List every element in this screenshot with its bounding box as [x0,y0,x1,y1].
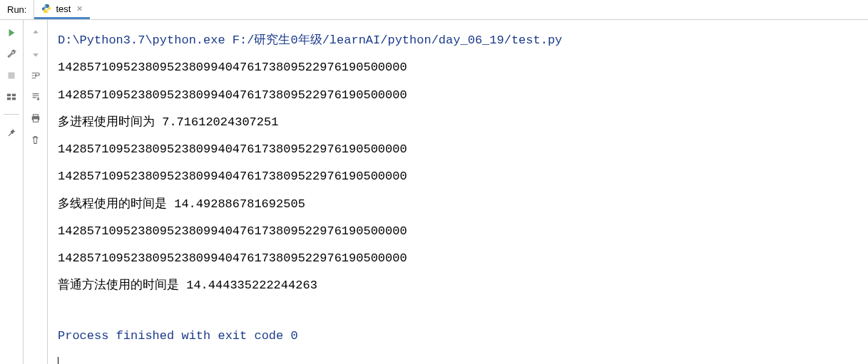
down-stack-button[interactable] [30,48,41,60]
output-line: 多进程使用时间为 7.71612024307251 [58,109,858,136]
up-stack-button[interactable] [30,27,41,38]
rerun-button[interactable] [6,27,17,38]
clear-all-button[interactable] [30,134,41,145]
inner-toolbar [24,20,47,364]
run-icon [6,28,16,38]
cursor-line [58,350,858,364]
svg-rect-1 [7,94,11,97]
tab-bar: test × [34,0,89,19]
wrench-icon [6,49,16,59]
close-icon[interactable]: × [75,3,83,14]
run-header: Run: test × [0,0,868,20]
stop-button[interactable] [6,70,17,81]
svg-rect-7 [33,119,38,122]
output-line: 1428571095238095238099404761738095229761… [58,245,858,272]
tab-test[interactable]: test × [34,0,89,19]
output-line: 1428571095238095238099404761738095229761… [58,82,858,109]
output-line: 1428571095238095238099404761738095229761… [58,163,858,190]
layout-button[interactable] [6,91,17,103]
svg-rect-5 [33,115,38,117]
down-arrow-icon [31,50,40,58]
pin-button[interactable] [6,126,17,137]
output-line: 1428571095238095238099404761738095229761… [58,54,858,81]
scroll-to-end-button[interactable] [30,91,41,103]
stop-icon [7,71,16,80]
python-file-icon [41,4,51,14]
text-cursor [58,357,58,364]
left-toolbar [0,20,24,364]
output-line: 多线程使用的时间是 14.492886781692505 [58,191,858,218]
soft-wrap-icon [31,71,41,80]
output-line: 1428571095238095238099404761738095229761… [58,218,858,245]
output-line: 普通方法使用的时间是 14.444335222244263 [58,272,858,299]
print-icon [31,113,41,123]
exit-code-line: Process finished with exit code 0 [58,323,858,350]
run-body: D:\Python3.7\python.exe F:/研究生0年级/learnA… [0,20,868,364]
trash-icon [31,135,40,145]
run-label: Run: [0,4,34,15]
scroll-to-end-icon [31,92,41,102]
command-line: D:\Python3.7\python.exe F:/研究生0年级/learnA… [58,27,858,54]
svg-rect-0 [9,73,15,79]
up-arrow-icon [31,28,40,37]
soft-wrap-button[interactable] [30,70,41,81]
layout-icon [6,92,16,102]
print-button[interactable] [30,113,41,124]
console-output[interactable]: D:\Python3.7\python.exe F:/研究生0年级/learnA… [47,20,868,364]
svg-rect-3 [7,98,11,100]
svg-rect-2 [12,94,16,97]
run-tool-window: Run: test × [0,0,868,364]
settings-button[interactable] [6,48,17,60]
blank-line [58,300,858,323]
separator [4,114,19,115]
output-line: 1428571095238095238099404761738095229761… [58,136,858,163]
svg-rect-4 [12,98,16,100]
pin-icon [7,128,16,137]
tab-label: test [56,4,71,14]
